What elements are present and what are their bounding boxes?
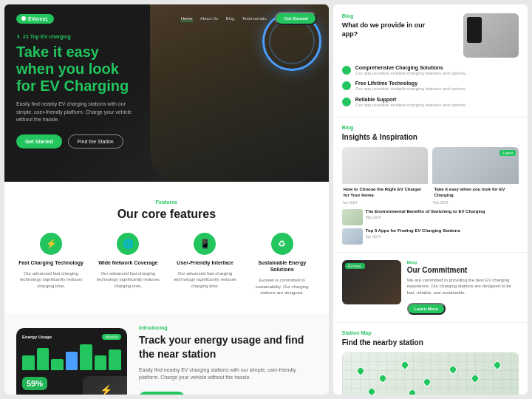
insight-badge: Latest	[499, 150, 516, 156]
chart-bar-1	[22, 355, 35, 370]
insights-grid: How to Choose the Right EV Charger for Y…	[342, 147, 519, 205]
insight-list-content-1: The Environmental Benefits of Switching …	[366, 209, 485, 219]
brand-name: EVoreel.	[28, 16, 49, 21]
station-map[interactable]	[342, 352, 519, 395]
feature-item-4: ♻ Sustainable Energy Solutions Evoreel i…	[248, 233, 317, 296]
insights-title: Insights & Inspiration	[342, 133, 519, 141]
chart-bar-5	[80, 344, 92, 370]
feature-name-2: Wide Network Coverage	[98, 259, 157, 266]
provide-content: Blog What do we provide in our app?	[342, 13, 463, 38]
feature-item-3: 📱 User-Friendly Interface Our advanced f…	[170, 233, 239, 296]
commitment-tag: Blog	[407, 260, 519, 265]
provide-item-2: Free Lifetime Technology Our app provide…	[342, 81, 519, 92]
hero-find-station-button[interactable]: Find the Station	[68, 134, 123, 149]
mockup-chart	[22, 344, 121, 370]
feature-desc-2: Our advanced fast charging technology si…	[93, 270, 163, 289]
hero-section: EVoreel. Home About Us Blog Testimonials…	[4, 4, 329, 182]
track-desc: Easily find nearby EV charging stations …	[139, 366, 317, 382]
feature-name-4: Sustainable Energy Solutions	[248, 259, 317, 273]
hero-tag: #1 Top EV charging	[16, 34, 142, 39]
provide-mockup	[463, 13, 519, 58]
track-tag: Introducing	[139, 325, 317, 330]
commitment-img-badge: EVoreel.	[345, 263, 365, 269]
insight-card-2: Latest Take it easy when you look for EV…	[432, 147, 519, 205]
commitment-section: EVoreel. Blog Our Commitment We are comm…	[333, 253, 528, 323]
bolt-icon: ⚡	[100, 384, 112, 395]
insight-list-item-1: The Environmental Benefits of Switching …	[342, 209, 519, 225]
navigation: EVoreel. Home About Us Blog Testimonials…	[4, 4, 329, 33]
insights-tag: Blog	[342, 125, 519, 130]
right-panel: Blog What do we provide in our app? Comp…	[333, 4, 528, 395]
provide-item-text-1: Comprehensive Charging Solutions Our app…	[355, 65, 467, 76]
station-tag: Station Map	[342, 330, 519, 335]
commitment-desc: We are committed to providing the best E…	[407, 277, 519, 296]
feature-icon-1: ⚡	[40, 233, 62, 255]
insights-section: Blog Insights & Inspiration How to Choos…	[333, 117, 528, 253]
insight-list-item-2: Top 5 Apps for Finding EV Charging Stati…	[342, 228, 519, 245]
feature-desc-4: Evoreel is committed to sustainability. …	[248, 277, 317, 296]
provide-item-3: Reliable Support Our app provides multip…	[342, 97, 519, 108]
mockup-title: Energy Usage	[22, 335, 52, 339]
nav-cta-button[interactable]: Get Started	[275, 12, 316, 25]
commitment-content: Blog Our Commitment We are committed to …	[407, 260, 519, 315]
feature-icon-3: 📱	[194, 233, 216, 255]
track-content: Introducing Track your energy usage and …	[139, 325, 317, 395]
features-section: Features Our core features ⚡ Fast Chargi…	[4, 182, 329, 307]
hero-content: #1 Top EV charging Take it easy when you…	[16, 34, 142, 149]
feature-icon-2: 🌐	[117, 233, 139, 255]
nav-blog[interactable]: Blog	[225, 16, 234, 21]
features-title: Our core features	[16, 208, 317, 221]
provide-phone	[467, 17, 482, 43]
track-mockup: Energy Usage Monthly 59% ⚡	[16, 328, 127, 395]
insight-meta-2: Feb 2024	[432, 200, 519, 205]
track-title: Track your energy usage and find the nea…	[139, 333, 317, 360]
insights-list: The Environmental Benefits of Switching …	[342, 209, 519, 245]
commitment-image: EVoreel.	[342, 260, 401, 304]
commitment-title: Our Commitment	[407, 266, 519, 274]
provide-item-text-3: Reliable Support Our app provides multip…	[355, 97, 467, 108]
hero-description: Easily find nearby EV charging stations …	[16, 100, 142, 124]
logo-dot	[21, 16, 26, 21]
chart-bar-2	[37, 348, 50, 370]
provide-tag: Blog	[342, 13, 463, 18]
insight-title-1: How to Choose the Right EV Charger for Y…	[342, 184, 429, 200]
left-panel: EVoreel. Home About Us Blog Testimonials…	[4, 4, 329, 395]
nav-home[interactable]: Home	[181, 16, 193, 21]
station-title: Find the nearby station	[342, 338, 519, 347]
hero-get-started-button[interactable]: Get Started	[16, 134, 62, 149]
feature-desc-1: Our advanced fast charging technology si…	[16, 270, 86, 289]
insight-image-2: Latest	[432, 147, 519, 184]
station-section: Station Map Find the nearby station	[333, 323, 528, 395]
insight-list-content-2: Top 5 Apps for Finding EV Charging Stati…	[366, 228, 460, 239]
chart-bar-6	[95, 355, 107, 370]
chart-bar-3	[51, 359, 64, 370]
insight-meta-1: Jan 2024	[342, 200, 429, 205]
provide-item-1: Comprehensive Charging Solutions Our app…	[342, 65, 519, 76]
nav-testimonials[interactable]: Testimonials	[242, 16, 266, 21]
commitment-button[interactable]: Learn More	[407, 303, 446, 315]
insight-card-1: How to Choose the Right EV Charger for Y…	[342, 147, 429, 205]
provide-dot-2	[342, 81, 351, 90]
provide-dot-1	[342, 66, 351, 75]
feature-item-2: 🌐 Wide Network Coverage Our advanced fas…	[93, 233, 163, 296]
provide-item-text-2: Free Lifetime Technology Our app provide…	[355, 81, 467, 92]
chart-bar-4	[66, 352, 78, 370]
provide-section: Blog What do we provide in our app? Comp…	[333, 4, 528, 117]
track-get-started-button[interactable]: Get Started	[139, 392, 185, 395]
nav-about[interactable]: About Us	[200, 16, 219, 21]
hero-title: Take it easy when you look for EV Chargi…	[16, 44, 142, 95]
insight-image-1	[342, 147, 429, 184]
logo[interactable]: EVoreel.	[16, 14, 54, 24]
features-grid: ⚡ Fast Charging Technology Our advanced …	[16, 233, 317, 296]
hero-buttons: Get Started Find the Station	[16, 134, 142, 149]
mockup-header: Energy Usage Monthly	[22, 334, 121, 340]
provide-title: What do we provide in our app?	[342, 21, 438, 38]
provide-header: Blog What do we provide in our app?	[342, 13, 519, 58]
insight-title-2: Take it easy when you look for EV Chargi…	[432, 184, 519, 200]
nav-links: Home About Us Blog Testimonials	[181, 16, 267, 21]
chart-bar-7	[109, 349, 121, 370]
insight-thumb-2	[342, 228, 363, 245]
provide-items: Comprehensive Charging Solutions Our app…	[342, 65, 519, 108]
mockup-badge: Monthly	[102, 334, 121, 340]
percentage-badge: 59%	[22, 377, 47, 390]
